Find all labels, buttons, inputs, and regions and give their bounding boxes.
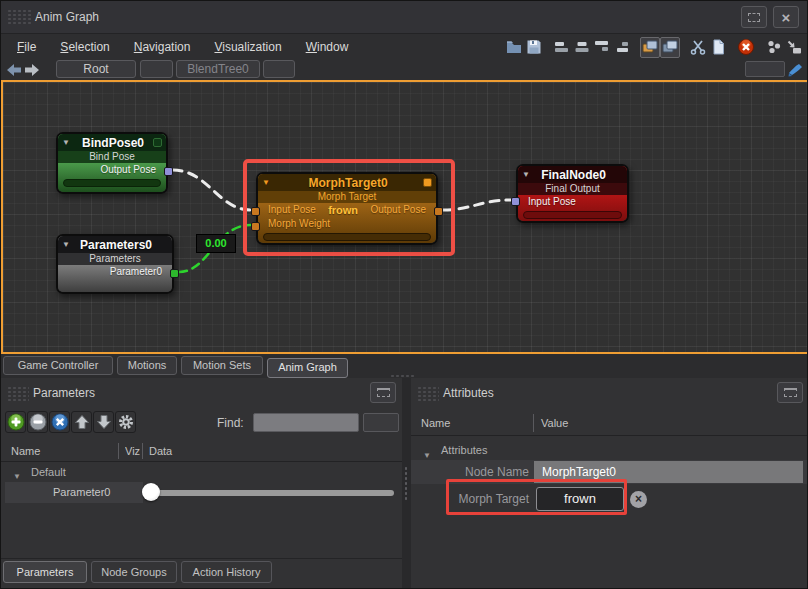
parameters-panel-header[interactable]: Parameters — [1, 378, 402, 408]
menu-selection[interactable]: Selection — [52, 37, 117, 57]
panel-drag-grip[interactable] — [417, 386, 439, 401]
zoom-to-selection-icon[interactable] — [640, 37, 660, 58]
clear-parameters-button[interactable] — [49, 411, 70, 433]
float-icon — [784, 388, 797, 397]
attributes-table-header: Name Value — [411, 410, 808, 436]
output-pose-port[interactable] — [164, 167, 173, 176]
input-pose-label: Input Pose — [268, 203, 316, 217]
menu-navigation[interactable]: Navigation — [126, 37, 199, 57]
tab-action-history[interactable]: Action History — [181, 561, 272, 583]
remove-icon[interactable] — [736, 37, 756, 58]
output-pose-port[interactable] — [434, 207, 443, 216]
move-down-button[interactable] — [93, 411, 114, 433]
restore-window-button[interactable] — [741, 6, 767, 28]
output-pose-label: Output Pose — [58, 163, 166, 177]
attributes-panel-header[interactable]: Attributes — [411, 378, 808, 408]
collapse-icon[interactable]: ▼ — [522, 170, 533, 179]
menu-visualization[interactable]: Visualization — [206, 37, 289, 57]
breadcrumb-root[interactable]: Root — [56, 60, 136, 78]
breadcrumb-blendtree[interactable]: BlendTree0 — [176, 60, 260, 78]
visual-options-icon[interactable] — [787, 62, 804, 77]
cut-icon[interactable] — [688, 37, 708, 58]
align-center-icon[interactable] — [572, 37, 592, 58]
tab-anim-graph[interactable]: Anim Graph — [267, 358, 348, 378]
node-group-icon[interactable] — [764, 37, 784, 58]
node-parameters0-header: ▼ Parameters0 — [58, 236, 172, 253]
tab-game-controller[interactable]: Game Controller — [3, 356, 113, 375]
add-node-icon[interactable] — [784, 37, 804, 58]
node-title: BindPose0 — [73, 136, 153, 150]
node-morphtarget0[interactable]: ▼ MorphTarget0 Morph Target Input Pose f… — [256, 172, 438, 245]
morph-value-label: frown — [328, 203, 358, 217]
paste-icon[interactable] — [708, 37, 728, 58]
close-window-button[interactable]: × — [773, 6, 799, 28]
menu-file[interactable]: File — [9, 37, 44, 57]
parameter0-port[interactable] — [170, 269, 179, 278]
parameter-name: Parameter0 — [5, 482, 143, 503]
node-type-label: Final Output — [518, 183, 627, 195]
window-drag-grip[interactable] — [7, 9, 31, 25]
collapse-icon[interactable]: ▼ — [262, 178, 273, 187]
graph-canvas[interactable]: ▼ BindPose0 Bind Pose Output Pose ▼ Para… — [1, 80, 808, 354]
splitter-grip[interactable] — [404, 466, 409, 500]
find-label: Find: — [217, 416, 244, 430]
input-pose-label: Input Pose — [518, 195, 627, 209]
node-finalnode0[interactable]: ▼ FinalNode0 Final Output Input Pose — [516, 164, 629, 223]
node-parameters0-body: ▼ Parameters0 Parameters Parameter0 — [58, 236, 172, 292]
forward-icon[interactable] — [23, 62, 40, 77]
node-morphtarget0-body: ▼ MorphTarget0 Morph Target Input Pose f… — [258, 174, 436, 243]
settings-gear-button[interactable] — [115, 411, 136, 433]
output-pose-label: Output Pose — [370, 203, 426, 217]
remove-parameter-button[interactable] — [27, 411, 48, 433]
float-panel-button[interactable] — [370, 382, 396, 403]
group-label: Default — [31, 464, 66, 481]
parameter-slider-handle[interactable] — [142, 483, 160, 501]
node-bindpose0[interactable]: ▼ BindPose0 Bind Pose Output Pose — [56, 132, 168, 194]
parameter-slider-track[interactable] — [153, 490, 394, 496]
tab-motions[interactable]: Motions — [117, 356, 177, 375]
input-pose-port[interactable] — [251, 207, 260, 216]
add-parameter-button[interactable] — [5, 411, 26, 433]
align-top-icon[interactable] — [592, 37, 612, 58]
tab-node-groups[interactable]: Node Groups — [91, 561, 177, 583]
parameters-panel: Parameters Find: Name Viz Data — [1, 378, 402, 589]
align-bottom-icon[interactable] — [612, 37, 632, 58]
save-icon[interactable] — [524, 37, 544, 58]
title-bar[interactable]: Anim Graph × — [1, 1, 807, 34]
default-group-row[interactable]: ▼ Default — [1, 464, 402, 481]
menu-window[interactable]: Window — [298, 37, 357, 57]
move-up-button[interactable] — [71, 411, 92, 433]
node-bindpose0-header: ▼ BindPose0 — [58, 134, 166, 151]
find-options-button[interactable] — [363, 413, 399, 432]
back-icon[interactable] — [5, 62, 22, 77]
column-value: Value — [541, 410, 568, 436]
wire-value-label: 0.00 — [196, 234, 236, 253]
column-data: Data — [149, 440, 172, 462]
input-pose-port[interactable] — [511, 197, 520, 206]
open-icon[interactable] — [504, 37, 524, 58]
attributes-panel: Attributes Name Value ▼ Attributes Node … — [411, 378, 808, 589]
panel-splitter[interactable] — [402, 378, 411, 589]
attributes-group-row[interactable]: ▼ Attributes — [411, 440, 808, 460]
column-name: Name — [421, 410, 450, 436]
breadcrumb-spacer-1[interactable] — [140, 60, 173, 78]
float-panel-button[interactable] — [777, 382, 803, 403]
find-input[interactable] — [253, 413, 359, 432]
clear-morph-target-button[interactable]: × — [630, 491, 647, 508]
zoom-to-all-icon[interactable] — [660, 37, 680, 58]
breadcrumb-spacer-2[interactable] — [263, 60, 295, 78]
parameter-row[interactable]: Parameter0 — [1, 482, 402, 503]
column-divider — [533, 414, 534, 432]
collapse-icon[interactable]: ▼ — [62, 240, 73, 249]
collapse-icon[interactable]: ▼ — [62, 138, 73, 147]
nav-field[interactable] — [745, 61, 785, 77]
node-progress-strip — [523, 211, 622, 219]
parameters-toolbar: Find: — [1, 410, 402, 436]
panel-drag-grip[interactable] — [7, 386, 29, 401]
column-name: Name — [11, 440, 40, 462]
tab-parameters[interactable]: Parameters — [3, 561, 87, 583]
tab-motion-sets[interactable]: Motion Sets — [181, 356, 263, 375]
align-left-icon[interactable] — [552, 37, 572, 58]
morph-weight-port[interactable] — [251, 222, 260, 231]
node-parameters0[interactable]: ▼ Parameters0 Parameters Parameter0 — [56, 234, 174, 294]
